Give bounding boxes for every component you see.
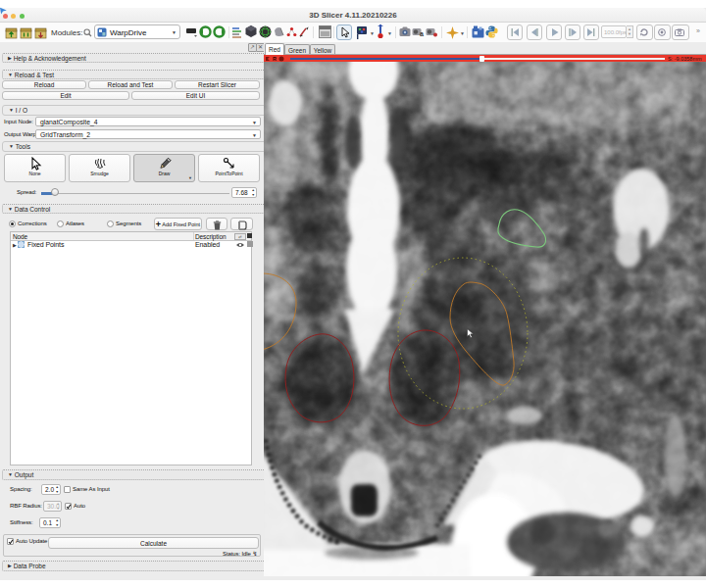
svg-text:a: a (420, 30, 424, 37)
svg-text:R: R (273, 56, 277, 62)
